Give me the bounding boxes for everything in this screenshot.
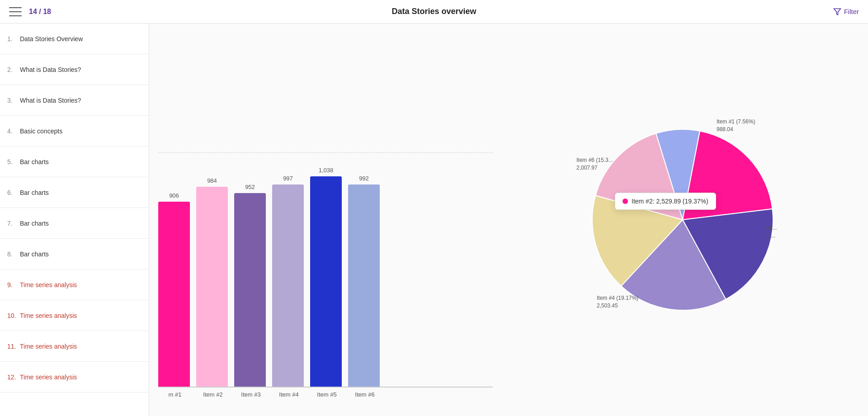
sidebar-item-number: 3. — [7, 97, 20, 104]
sidebar-item-label: Time series analysis — [20, 373, 77, 381]
sidebar-item-6[interactable]: 6. Bar charts — [0, 177, 149, 208]
sidebar-item-label: Bar charts — [20, 158, 49, 165]
sidebar-item-1[interactable]: 1. Data Stories Overview — [0, 24, 149, 54]
sidebar-item-number: 1. — [7, 35, 20, 43]
bar-label-4: Item #4 — [273, 391, 305, 398]
sidebar-item-5[interactable]: 5. Bar charts — [0, 147, 149, 177]
sidebar-item-8[interactable]: 8. Bar charts — [0, 239, 149, 269]
pie-label-item1: Item #1 (7.56%) 988.04 — [717, 118, 755, 133]
pie-wrapper: Item #2: 2,529.89 (19.37%) Item #6 (15.3… — [570, 107, 796, 333]
pie-label-item3: Ite... 2,... — [766, 224, 777, 240]
sidebar-item-4[interactable]: 4. Basic concepts — [0, 116, 149, 147]
sidebar-item-label: Time series analysis — [20, 312, 77, 319]
bar-group-2: 984 — [196, 177, 228, 387]
pie-label-item4: Item #4 (19.17%) 2,503.45 — [597, 294, 638, 310]
bar-label-5: Item #5 — [311, 391, 343, 398]
sidebar-item-label: What is Data Stories? — [20, 97, 81, 104]
sidebar-item-label: Data Stories Overview — [20, 35, 83, 43]
sidebar-item-number: 12. — [7, 373, 20, 381]
sidebar-item-label: Bar charts — [20, 189, 49, 196]
sidebar-item-number: 7. — [7, 220, 20, 227]
bar-rect-3[interactable] — [234, 193, 266, 387]
sidebar-item-11[interactable]: 11. Time series analysis — [0, 331, 149, 362]
sidebar-item-9[interactable]: 9. Time series analysis — [0, 269, 149, 300]
bar-rect-2[interactable] — [196, 187, 228, 387]
bar-group-1: 906 — [158, 192, 190, 387]
sidebar-item-label: Time series analysis — [20, 281, 77, 288]
bar-group-3: 952 — [234, 184, 266, 387]
bar-label-3: Item #3 — [235, 391, 267, 398]
sidebar-item-number: 8. — [7, 251, 20, 258]
bar-label-2: Item #2 — [197, 391, 229, 398]
bar-labels-row: m #1Item #2Item #3Item #4Item #5Item #6 — [158, 391, 493, 398]
bar-value-1: 906 — [169, 192, 179, 199]
sidebar-item-label: Bar charts — [20, 220, 49, 227]
sidebar-item-2[interactable]: 2. What is Data Stories? — [0, 54, 149, 85]
bar-value-5: 1,038 — [319, 167, 334, 174]
sidebar: 1. Data Stories Overview2. What is Data … — [0, 24, 149, 416]
sidebar-item-7[interactable]: 7. Bar charts — [0, 208, 149, 239]
sidebar-item-number: 4. — [7, 128, 20, 135]
sidebar-item-number: 5. — [7, 158, 20, 165]
bar-rect-5[interactable] — [310, 176, 342, 387]
bar-chart-container: 9069849529971,038992 m #1Item #2Item #3I… — [149, 24, 502, 416]
sidebar-item-number: 11. — [7, 343, 20, 350]
bar-rect-6[interactable] — [348, 184, 380, 387]
bar-label-6: Item #6 — [349, 391, 381, 398]
bar-group-5: 1,038 — [310, 167, 342, 387]
bar-value-2: 984 — [207, 177, 217, 184]
menu-icon[interactable] — [9, 7, 22, 16]
bar-chart: 9069849529971,038992 — [158, 139, 493, 388]
bar-label-1: m #1 — [159, 391, 191, 398]
bar-rect-1[interactable] — [158, 202, 190, 387]
sidebar-item-label: What is Data Stories? — [20, 66, 81, 73]
sidebar-item-12[interactable]: 12. Time series analysis — [0, 362, 149, 392]
sidebar-item-3[interactable]: 3. What is Data Stories? — [0, 85, 149, 116]
pie-chart-container: Item #2: 2,529.89 (19.37%) Item #6 (15.3… — [502, 24, 868, 416]
filter-button[interactable]: Filter — [833, 8, 859, 16]
bar-value-4: 997 — [283, 175, 293, 182]
svg-marker-0 — [834, 9, 840, 15]
page-title: Data Stories overview — [392, 7, 476, 16]
bar-value-6: 992 — [359, 175, 369, 182]
bar-value-3: 952 — [245, 184, 255, 190]
pie-label-item6: Item #6 (15.3... 2,007.97 — [576, 156, 613, 172]
sidebar-item-label: Time series analysis — [20, 343, 77, 350]
sidebar-item-number: 2. — [7, 66, 20, 73]
main-layout: 1. Data Stories Overview2. What is Data … — [0, 24, 868, 416]
app-header: 14 / 18 Data Stories overview Filter — [0, 0, 868, 24]
bar-group-4: 997 — [272, 175, 304, 387]
sidebar-item-number: 9. — [7, 281, 20, 288]
bar-rect-4[interactable] — [272, 184, 304, 387]
bar-group-6: 992 — [348, 175, 380, 387]
sidebar-item-label: Bar charts — [20, 251, 49, 258]
page-count: 14 / 18 — [29, 8, 51, 16]
content-area: 9069849529971,038992 m #1Item #2Item #3I… — [149, 24, 868, 416]
sidebar-item-label: Basic concepts — [20, 128, 62, 135]
filter-icon — [833, 8, 841, 16]
sidebar-item-number: 10. — [7, 312, 20, 319]
sidebar-item-10[interactable]: 10. Time series analysis — [0, 300, 149, 331]
sidebar-item-number: 6. — [7, 189, 20, 196]
